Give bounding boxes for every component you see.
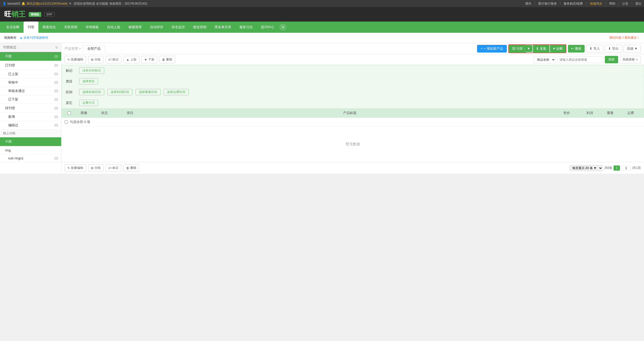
store-icon: 🔔 [22, 2, 25, 5]
top-bar: 👤 tianwei02 🔔 测试店铺(cn1515115435mieb) ▼ 您… [0, 0, 644, 7]
search-button[interactable]: 搜索 [605, 56, 618, 63]
tab-plus[interactable]: + [279, 24, 287, 31]
check-all-header[interactable] [68, 111, 71, 115]
content-area: 刊登状态 ↻ 不限 (0) 已刊登 (0) 已上架 (0) 审核中 (0) 审核… [0, 43, 644, 174]
mark-button[interactable]: 🏷 标记 [105, 56, 121, 63]
group-button[interactable]: ⊞ 分组 [88, 56, 103, 63]
bottom-group[interactable]: ⊞ 分组 [88, 164, 103, 172]
advanced-search-button[interactable]: 高级搜索 ∨ [620, 56, 641, 63]
tab-xiangqing[interactable]: 详情模板 [81, 22, 103, 33]
publish-dropdown[interactable]: ▼ [525, 45, 532, 52]
tab-all-products[interactable]: 全部产品 [83, 45, 105, 52]
sidebar-item-edited[interactable]: 编辑过 (0) [0, 121, 61, 130]
user-icon: 👤 [3, 2, 6, 5]
toolbar: + + 增加新产品 🖫 刊登 ▼ ⬇ 采集 ♥ [477, 44, 641, 53]
advanced-button[interactable]: 高级 ▼ [624, 45, 641, 53]
batch-edit-button[interactable]: ✎ 批量编辑 [65, 56, 86, 63]
filter-tag-weight[interactable]: 选择重量区间 [135, 89, 161, 95]
sidebar-item-pending[interactable]: 待刊登 (0) [0, 104, 61, 113]
bottom-group-icon: ⊞ [91, 166, 93, 170]
page-size-select[interactable]: 每页显示 20 条 ▼ [569, 165, 603, 171]
sidebar-status-header: 刊登状态 ↻ [0, 43, 61, 52]
sidebar-group-label: 线上分组 [0, 130, 61, 137]
action-notice[interactable]: 公告 [622, 2, 628, 6]
tab-service-log[interactable]: 服务日志 [235, 22, 257, 33]
logo: 旺销王 [4, 9, 26, 19]
refresh-icon[interactable]: ↻ [55, 46, 58, 49]
up-icon: ▲ [126, 58, 129, 61]
filter-label-range: 区间 [66, 90, 76, 95]
action-sync[interactable]: 快速同步 [590, 2, 602, 6]
search-field-select[interactable]: 商品名称 [534, 56, 556, 63]
empty-state: 暂无数据 [61, 127, 644, 162]
action-buy[interactable]: 服务购买/续费 [564, 2, 583, 6]
search-input[interactable] [557, 56, 603, 63]
breadcrumb: 产品管理 > [65, 46, 81, 51]
badge-yingxiao[interactable]: 营销版 [29, 12, 41, 17]
sidebar-item-published[interactable]: 已刊登 (0) [0, 61, 61, 70]
add-product-button[interactable]: + + 增加新产品 [477, 45, 507, 53]
page-jump-input[interactable] [621, 166, 631, 171]
bottom-mark[interactable]: 🏷 标记 [105, 164, 121, 172]
move-icon: ↩ [571, 47, 574, 50]
tab-ranking[interactable]: 排名监控 [167, 22, 189, 33]
tab-blacklist[interactable]: 黑名单共享 [210, 22, 235, 33]
sidebar-item-reviewing[interactable]: 审核中 (0) [0, 78, 61, 87]
col-status: 状态 [94, 111, 115, 115]
tab-questions[interactable]: 提问中心 [257, 22, 278, 33]
sidebar-item-off-shelf[interactable]: 已下架 (0) [0, 95, 61, 104]
diagnose-button[interactable]: ♥ 诊断 [550, 45, 566, 53]
filter-tag-shipping[interactable]: 选择运费区间 [164, 89, 189, 95]
action-img-slim[interactable]: 图片银行瘦身 [538, 2, 557, 6]
filter-tag-select-category[interactable]: 选择类目 [79, 78, 98, 85]
filter-tag-price[interactable]: 选择价格区间 [79, 89, 104, 95]
store-name[interactable]: 测试店铺(cn1515115435mieb) [26, 2, 68, 6]
suggestion-link[interactable]: 遇到问题？我有建议！ [609, 36, 640, 40]
collect-button[interactable]: ⬇ 采集 [533, 45, 550, 53]
col-profit: 利润 [579, 111, 600, 115]
export-button[interactable]: ⬇ 导出 [605, 45, 622, 53]
tab-auto-up[interactable]: 自动上架 [103, 22, 124, 33]
down-icon: ▼ [144, 58, 147, 61]
shelf-down-button[interactable]: ▼ 下架 [141, 56, 157, 63]
filter-label-other: 其它 [66, 101, 76, 105]
action-cache[interactable]: 缓存 [525, 2, 531, 6]
sidebar-item-new[interactable]: 新增 (0) [0, 113, 61, 121]
col-check [65, 111, 74, 115]
badge-erp[interactable]: ERP [44, 12, 55, 17]
check-all-input[interactable] [65, 120, 68, 124]
sidebar-group-unlimited[interactable]: 不限 [0, 137, 61, 146]
tab-quandian[interactable]: 全店诊断 [2, 22, 24, 33]
group-icon: ⊞ [91, 58, 93, 61]
bottom-batch-edit[interactable]: ✎ 批量编辑 [65, 164, 86, 172]
move-button[interactable]: ↩ 搬家 [568, 45, 585, 53]
edit-icon: ✎ [67, 58, 70, 61]
store-arrow[interactable]: ▼ [69, 2, 72, 5]
sidebar-group-sub-rings1[interactable]: sub rings1 (0) [0, 154, 61, 162]
publish-button[interactable]: 🖫 刊登 [509, 45, 526, 53]
collect-video-link[interactable]: 采集刊登视频教程 [20, 36, 48, 40]
tab-chuchuang[interactable]: 橱窗推荐 [124, 22, 146, 33]
tab-auto-eval[interactable]: 自动评价 [146, 22, 167, 33]
import-button[interactable]: ⬆ 导入 [586, 45, 603, 53]
current-page[interactable]: 1 [614, 166, 620, 171]
sidebar-item-on-shelf[interactable]: 已上架 (0) [0, 70, 61, 78]
sidebar-item-unlimited[interactable]: 不限 (0) [0, 52, 61, 61]
tab-guanlian[interactable]: 关联营销 [60, 22, 81, 33]
tab-sousuo[interactable]: 搜索优化 [38, 22, 60, 33]
sidebar-item-review-failed[interactable]: 审核未通过 (0) [0, 87, 61, 95]
action-exit[interactable]: 退出 [635, 2, 641, 6]
bottom-mark-icon: 🏷 [108, 166, 111, 170]
bottom-toolbar: ✎ 批量编辑 ⊞ 分组 🏷 标记 🗑 删除 每页显示 20 条 ▼ 共0项 1 [61, 162, 644, 174]
shelf-up-button[interactable]: ▲ 上架 [123, 56, 139, 63]
bottom-delete[interactable]: 🗑 删除 [123, 164, 139, 172]
delete-button[interactable]: 🗑 删除 [159, 56, 175, 63]
search-area: 商品名称 搜索 高级搜索 ∨ [534, 56, 641, 63]
action-help[interactable]: 帮助 [609, 2, 615, 6]
tab-kandeng[interactable]: 刊登 [24, 22, 38, 33]
filter-tag-profit[interactable]: 选择利润区间 [107, 89, 132, 95]
filter-tag-no-mark[interactable]: 没有任何标记 [79, 67, 104, 74]
tab-push[interactable]: 推送营销 [189, 22, 210, 33]
sidebar-group-ring[interactable]: ring [0, 146, 61, 154]
filter-tag-shipping-method[interactable]: 运费方式 [79, 100, 98, 106]
